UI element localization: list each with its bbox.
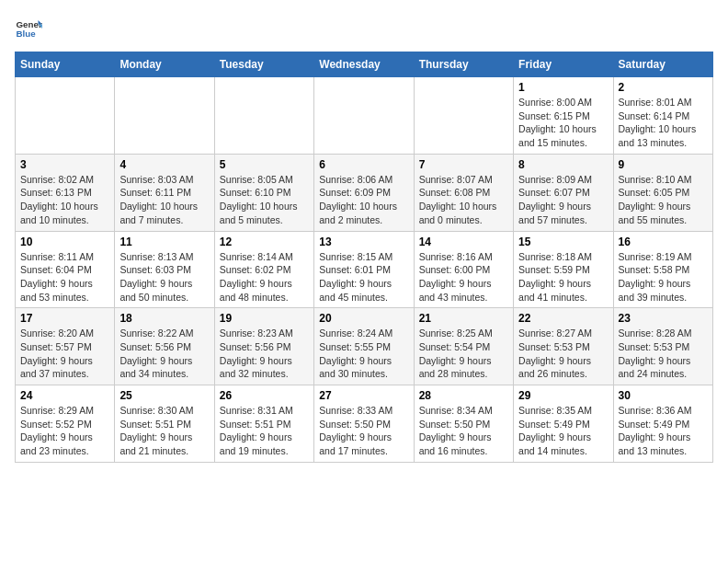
day-number: 3 xyxy=(20,158,109,171)
calendar-header-thursday: Thursday xyxy=(414,52,513,77)
day-number: 26 xyxy=(220,389,309,402)
calendar-cell: 4Sunrise: 8:03 AM Sunset: 6:11 PM Daylig… xyxy=(115,154,214,231)
day-number: 30 xyxy=(619,389,708,402)
calendar-cell: 16Sunrise: 8:19 AM Sunset: 5:58 PM Dayli… xyxy=(613,231,712,308)
calendar-cell: 24Sunrise: 8:29 AM Sunset: 5:52 PM Dayli… xyxy=(16,385,115,463)
day-info: Sunrise: 8:29 AM Sunset: 5:52 PM Dayligh… xyxy=(20,404,109,458)
day-number: 9 xyxy=(619,158,708,171)
day-number: 23 xyxy=(619,312,708,325)
calendar-week-row: 3Sunrise: 8:02 AM Sunset: 6:13 PM Daylig… xyxy=(16,154,713,231)
day-number: 8 xyxy=(518,158,608,171)
calendar-cell: 10Sunrise: 8:11 AM Sunset: 6:04 PM Dayli… xyxy=(16,231,115,308)
day-info: Sunrise: 8:23 AM Sunset: 5:56 PM Dayligh… xyxy=(220,327,309,381)
calendar-cell: 13Sunrise: 8:15 AM Sunset: 6:01 PM Dayli… xyxy=(314,231,414,308)
calendar-header-sunday: Sunday xyxy=(16,52,115,77)
day-info: Sunrise: 8:27 AM Sunset: 5:53 PM Dayligh… xyxy=(518,327,608,381)
day-info: Sunrise: 8:00 AM Sunset: 6:15 PM Dayligh… xyxy=(518,96,608,150)
calendar-cell xyxy=(214,77,313,155)
day-info: Sunrise: 8:33 AM Sunset: 5:50 PM Dayligh… xyxy=(319,404,408,458)
calendar-cell: 21Sunrise: 8:25 AM Sunset: 5:54 PM Dayli… xyxy=(414,308,513,385)
day-info: Sunrise: 8:34 AM Sunset: 5:50 PM Dayligh… xyxy=(419,404,508,458)
calendar-cell xyxy=(314,77,414,155)
page-header: General Blue xyxy=(15,15,713,42)
day-info: Sunrise: 8:19 AM Sunset: 5:58 PM Dayligh… xyxy=(619,250,708,304)
day-info: Sunrise: 8:25 AM Sunset: 5:54 PM Dayligh… xyxy=(419,327,508,381)
calendar-cell xyxy=(414,77,513,155)
day-number: 28 xyxy=(419,389,508,402)
day-number: 2 xyxy=(619,81,708,94)
svg-text:Blue: Blue xyxy=(17,29,37,39)
day-number: 7 xyxy=(419,158,508,171)
calendar-cell: 29Sunrise: 8:35 AM Sunset: 5:49 PM Dayli… xyxy=(514,385,613,463)
calendar-cell: 30Sunrise: 8:36 AM Sunset: 5:49 PM Dayli… xyxy=(613,385,712,463)
day-info: Sunrise: 8:11 AM Sunset: 6:04 PM Dayligh… xyxy=(20,250,109,304)
day-info: Sunrise: 8:22 AM Sunset: 5:56 PM Dayligh… xyxy=(119,327,209,381)
day-number: 10 xyxy=(20,236,109,248)
calendar-table: SundayMondayTuesdayWednesdayThursdayFrid… xyxy=(15,52,713,463)
day-info: Sunrise: 8:06 AM Sunset: 6:09 PM Dayligh… xyxy=(319,173,408,227)
day-number: 27 xyxy=(319,389,408,402)
day-number: 25 xyxy=(119,389,209,402)
calendar-cell: 17Sunrise: 8:20 AM Sunset: 5:57 PM Dayli… xyxy=(16,308,115,385)
day-number: 20 xyxy=(319,312,408,325)
calendar-cell: 19Sunrise: 8:23 AM Sunset: 5:56 PM Dayli… xyxy=(214,308,313,385)
day-info: Sunrise: 8:18 AM Sunset: 5:59 PM Dayligh… xyxy=(518,250,608,304)
day-info: Sunrise: 8:13 AM Sunset: 6:03 PM Dayligh… xyxy=(119,250,209,304)
day-number: 13 xyxy=(319,236,408,248)
day-info: Sunrise: 8:10 AM Sunset: 6:05 PM Dayligh… xyxy=(619,173,708,227)
day-info: Sunrise: 8:03 AM Sunset: 6:11 PM Dayligh… xyxy=(119,173,209,227)
calendar-body: 1Sunrise: 8:00 AM Sunset: 6:15 PM Daylig… xyxy=(16,77,713,463)
day-info: Sunrise: 8:02 AM Sunset: 6:13 PM Dayligh… xyxy=(20,173,109,227)
calendar-cell: 23Sunrise: 8:28 AM Sunset: 5:53 PM Dayli… xyxy=(613,308,712,385)
day-info: Sunrise: 8:20 AM Sunset: 5:57 PM Dayligh… xyxy=(20,327,109,381)
calendar-header-tuesday: Tuesday xyxy=(214,52,313,77)
day-number: 16 xyxy=(619,236,708,248)
day-number: 19 xyxy=(220,312,309,325)
calendar-header-row: SundayMondayTuesdayWednesdayThursdayFrid… xyxy=(16,52,713,77)
calendar-cell: 6Sunrise: 8:06 AM Sunset: 6:09 PM Daylig… xyxy=(314,154,414,231)
day-number: 21 xyxy=(419,312,508,325)
calendar-cell: 11Sunrise: 8:13 AM Sunset: 6:03 PM Dayli… xyxy=(115,231,214,308)
day-number: 18 xyxy=(119,312,209,325)
calendar-cell: 1Sunrise: 8:00 AM Sunset: 6:15 PM Daylig… xyxy=(514,77,613,155)
calendar-cell: 9Sunrise: 8:10 AM Sunset: 6:05 PM Daylig… xyxy=(613,154,712,231)
logo: General Blue xyxy=(15,15,46,42)
calendar-cell: 3Sunrise: 8:02 AM Sunset: 6:13 PM Daylig… xyxy=(16,154,115,231)
day-number: 5 xyxy=(220,158,309,171)
day-info: Sunrise: 8:16 AM Sunset: 6:00 PM Dayligh… xyxy=(419,250,508,304)
day-number: 22 xyxy=(518,312,608,325)
day-info: Sunrise: 8:05 AM Sunset: 6:10 PM Dayligh… xyxy=(220,173,309,227)
calendar-cell: 12Sunrise: 8:14 AM Sunset: 6:02 PM Dayli… xyxy=(214,231,313,308)
calendar-week-row: 10Sunrise: 8:11 AM Sunset: 6:04 PM Dayli… xyxy=(16,231,713,308)
day-info: Sunrise: 8:24 AM Sunset: 5:55 PM Dayligh… xyxy=(319,327,408,381)
day-info: Sunrise: 8:01 AM Sunset: 6:14 PM Dayligh… xyxy=(619,96,708,150)
calendar-week-row: 24Sunrise: 8:29 AM Sunset: 5:52 PM Dayli… xyxy=(16,385,713,463)
day-info: Sunrise: 8:14 AM Sunset: 6:02 PM Dayligh… xyxy=(220,250,309,304)
day-number: 4 xyxy=(119,158,209,171)
day-number: 6 xyxy=(319,158,408,171)
day-info: Sunrise: 8:30 AM Sunset: 5:51 PM Dayligh… xyxy=(119,404,209,458)
calendar-header-friday: Friday xyxy=(514,52,613,77)
calendar-header-saturday: Saturday xyxy=(613,52,712,77)
day-number: 1 xyxy=(518,81,608,94)
calendar-cell: 8Sunrise: 8:09 AM Sunset: 6:07 PM Daylig… xyxy=(514,154,613,231)
calendar-cell: 27Sunrise: 8:33 AM Sunset: 5:50 PM Dayli… xyxy=(314,385,414,463)
calendar-cell: 14Sunrise: 8:16 AM Sunset: 6:00 PM Dayli… xyxy=(414,231,513,308)
day-number: 14 xyxy=(419,236,508,248)
day-info: Sunrise: 8:35 AM Sunset: 5:49 PM Dayligh… xyxy=(518,404,608,458)
day-info: Sunrise: 8:07 AM Sunset: 6:08 PM Dayligh… xyxy=(419,173,508,227)
calendar-cell: 28Sunrise: 8:34 AM Sunset: 5:50 PM Dayli… xyxy=(414,385,513,463)
calendar-cell xyxy=(115,77,214,155)
day-number: 11 xyxy=(119,236,209,248)
calendar-header-wednesday: Wednesday xyxy=(314,52,414,77)
calendar-header-monday: Monday xyxy=(115,52,214,77)
calendar-cell: 22Sunrise: 8:27 AM Sunset: 5:53 PM Dayli… xyxy=(514,308,613,385)
day-number: 15 xyxy=(518,236,608,248)
day-number: 29 xyxy=(518,389,608,402)
day-info: Sunrise: 8:15 AM Sunset: 6:01 PM Dayligh… xyxy=(319,250,408,304)
calendar-week-row: 17Sunrise: 8:20 AM Sunset: 5:57 PM Dayli… xyxy=(16,308,713,385)
calendar-cell: 18Sunrise: 8:22 AM Sunset: 5:56 PM Dayli… xyxy=(115,308,214,385)
day-number: 17 xyxy=(20,312,109,325)
day-info: Sunrise: 8:36 AM Sunset: 5:49 PM Dayligh… xyxy=(619,404,708,458)
calendar-cell: 15Sunrise: 8:18 AM Sunset: 5:59 PM Dayli… xyxy=(514,231,613,308)
